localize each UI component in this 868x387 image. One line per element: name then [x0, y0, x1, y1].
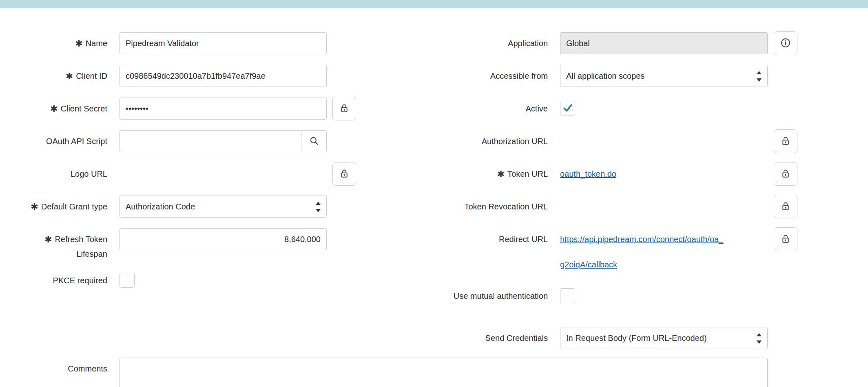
authorization-url-lock-button[interactable] — [774, 129, 797, 153]
redirect-url-label: Redirect URL — [442, 228, 548, 247]
accessible-from-select[interactable]: All application scopes — [560, 65, 768, 87]
row-comments: Comments — [0, 358, 868, 380]
row-use-mutual-authentication: Use mutual authentication — [0, 285, 868, 307]
token-url-label: ✱Token URL — [442, 163, 548, 181]
send-credentials-select[interactable]: In Request Body (Form URL-Encoded) — [560, 327, 768, 349]
active-label: Active — [442, 98, 548, 116]
redirect-url-link[interactable]: https://api.pipedream.com/connect/oauth/… — [560, 227, 772, 277]
row-authorization-url: Authorization URL — [0, 130, 868, 152]
row-send-credentials: Send Credentials In Request Body (Form U… — [0, 327, 868, 349]
application-info-button[interactable] — [774, 31, 797, 55]
token-url-link[interactable]: oauth_token.do — [560, 163, 616, 185]
row-active: Active — [0, 98, 868, 120]
lock-icon — [780, 234, 791, 245]
accessible-from-label: Accessible from — [442, 65, 548, 83]
required-icon: ✱ — [497, 169, 505, 179]
use-mutual-authentication-label: Use mutual authentication — [442, 285, 548, 303]
use-mutual-authentication-checkbox[interactable] — [560, 288, 575, 303]
authorization-url-label: Authorization URL — [442, 130, 548, 149]
comments-label: Comments — [26, 358, 107, 376]
lock-icon — [780, 201, 791, 213]
row-token-revocation-url: Token Revocation URL — [0, 196, 868, 218]
application-input[interactable] — [560, 32, 768, 54]
token-revocation-url-label: Token Revocation URL — [442, 196, 548, 214]
comments-textarea[interactable] — [120, 358, 768, 387]
redirect-url-lock-button[interactable] — [774, 227, 797, 251]
lock-icon — [780, 136, 791, 147]
row-accessible-from: Accessible from All application scopes — [0, 65, 868, 87]
info-icon — [780, 38, 791, 49]
active-checkbox[interactable] — [560, 101, 575, 116]
send-credentials-label: Send Credentials — [442, 327, 548, 345]
lock-icon — [780, 168, 791, 180]
token-revocation-url-lock-button[interactable] — [774, 195, 797, 218]
select-spinner-icon — [756, 71, 762, 84]
application-label: Application — [442, 32, 548, 51]
row-application: Application — [0, 32, 868, 54]
select-spinner-icon — [756, 333, 762, 346]
checkmark-icon — [562, 102, 574, 116]
form-canvas: ✱Name ✱Client ID ✱Client Secret — [0, 8, 868, 387]
top-accent-strip — [0, 0, 868, 8]
row-token-url: ✱Token URL oauth_token.do — [0, 163, 868, 185]
row-redirect-url: Redirect URL https://api.pipedream.com/c… — [0, 228, 868, 250]
token-url-lock-button[interactable] — [774, 162, 797, 186]
